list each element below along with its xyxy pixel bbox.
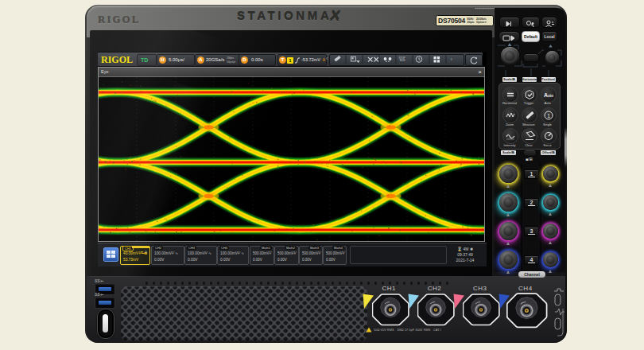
svg-text:■/⊞: ■/⊞ xyxy=(526,157,533,161)
svg-text:1: 1 xyxy=(547,112,550,118)
svg-text:Auto: Auto xyxy=(544,92,553,98)
svg-text:›: › xyxy=(451,56,453,62)
svg-text:RUN: RUN xyxy=(400,59,405,62)
